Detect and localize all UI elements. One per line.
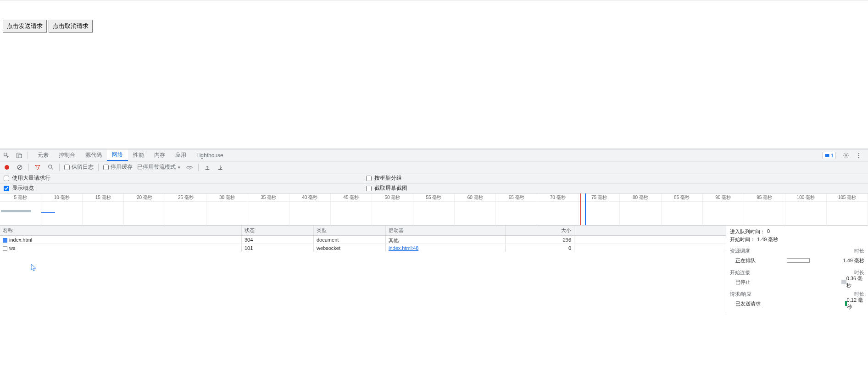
table-body: index.html304document其他296ws101websocket… [0,236,726,252]
timing-bar [787,258,810,263]
divider [59,164,60,171]
divider [28,152,28,159]
timing-queueing-label: 正在排队 [730,257,785,264]
network-body: 名称 状态 类型 启动器 大小 index.html304document其他2… [0,226,868,315]
timing-section-connection: 开始连接时长 [730,269,864,276]
disable-cache-label: 停用缓存 [111,163,133,171]
timeline-tick: 100 毫秒 [785,194,827,201]
tab-console[interactable]: 控制台 [54,149,80,161]
tab-network[interactable]: 网络 [107,149,128,161]
col-header-type[interactable]: 类型 [314,226,386,235]
timeline-tick: 40 毫秒 [289,194,331,201]
timing-section-scheduling: 资源调度时长 [730,248,864,254]
table-row[interactable]: index.html304document其他296 [0,236,726,244]
timing-sent-value: 0.12 毫秒 [847,297,864,310]
svg-line-11 [51,168,53,169]
timeline-grid [0,202,868,226]
network-toolbar: 保留日志 停用缓存 已停用节流模式 ▼ [0,161,868,173]
timeline-tick: 65 毫秒 [496,194,537,201]
group-by-frame-label: 按框架分组 [374,174,402,182]
timing-section-reqresp: 请求/响应时长 [730,291,864,298]
record-icon[interactable] [3,163,11,171]
network-timeline[interactable]: 5 毫秒10 毫秒15 毫秒20 毫秒25 毫秒30 毫秒35 毫秒40 毫秒4… [0,194,868,226]
timing-stalled-value: 0.36 毫秒 [846,275,864,289]
clear-icon[interactable] [16,163,24,171]
show-overview-checkbox[interactable]: 显示概览 [4,184,34,192]
tab-elements[interactable]: 元素 [33,149,54,161]
tab-performance[interactable]: 性能 [128,149,149,161]
svg-point-6 [858,157,859,158]
timeline-tick: 10 毫秒 [41,194,83,201]
timing-sent-row: 已发送请求 0.12 毫秒 [730,299,864,308]
timeline-tick: 80 毫秒 [620,194,661,201]
timeline-tick: 15 毫秒 [83,194,124,201]
devtools-panel: 元素 控制台 源代码 网络 性能 内存 应用 Lighthouse 1 [0,149,868,315]
big-rows-label: 使用大量请求行 [12,174,50,182]
disable-cache-checkbox[interactable]: 停用缓存 [103,163,133,171]
timeline-tick: 105 毫秒 [827,194,868,201]
search-icon[interactable] [46,163,55,171]
svg-point-7 [5,165,9,170]
timeline-tick: 60 毫秒 [455,194,496,201]
preserve-log-label: 保留日志 [72,163,94,171]
timeline-request-bar [1,210,31,212]
issues-count: 1 [831,153,834,158]
device-toggle-icon[interactable] [13,149,26,161]
network-conditions-icon[interactable] [185,163,194,171]
timeline-tick: 70 毫秒 [537,194,579,201]
timeline-tick: 35 毫秒 [248,194,289,201]
filter-icon[interactable] [33,163,42,171]
import-har-icon[interactable] [203,163,211,171]
big-rows-checkbox[interactable]: 使用大量请求行 [4,174,50,182]
gear-icon[interactable] [840,152,852,159]
network-request-table: 名称 状态 类型 启动器 大小 index.html304document其他2… [0,226,726,315]
timing-bar [841,280,846,284]
svg-point-10 [48,165,51,168]
tab-application[interactable]: 应用 [170,149,191,161]
network-options-row1: 使用大量请求行 按框架分组 [0,173,868,183]
col-header-status[interactable]: 状态 [242,226,314,235]
timing-queueing-row: 正在排队 1.49 毫秒 [730,256,864,265]
timeline-tick: 45 毫秒 [331,194,372,201]
timeline-tick: 30 毫秒 [206,194,248,201]
timeline-tick: 90 毫秒 [703,194,744,201]
cancel-request-button[interactable]: 点击取消请求 [49,20,93,33]
timeline-load-marker [580,194,581,225]
table-header-row: 名称 状态 类型 启动器 大小 [0,226,726,236]
tab-sources[interactable]: 源代码 [80,149,107,161]
throttling-dropdown[interactable]: 已停用节流模式 ▼ [137,163,181,171]
inspect-icon[interactable] [0,149,13,161]
show-overview-label: 显示概览 [12,184,34,192]
timing-queued: 进入队列时间：0 [730,228,864,235]
divider [98,164,99,171]
file-icon [3,238,7,243]
page-content: 点击发送请求 点击取消请求 [0,0,868,149]
svg-point-5 [858,155,859,155]
col-header-initiator[interactable]: 启动器 [386,226,506,235]
file-icon [3,246,7,251]
timeline-tick: 25 毫秒 [165,194,206,201]
table-row[interactable]: ws101websocketindex.html:480 [0,244,726,252]
tab-memory[interactable]: 内存 [149,149,170,161]
tab-lighthouse[interactable]: Lighthouse [191,149,228,161]
col-header-size[interactable]: 大小 [506,226,574,235]
timeline-tick: 50 毫秒 [372,194,413,201]
issues-chip[interactable]: 1 [822,152,836,159]
more-icon[interactable] [852,152,865,159]
capture-screenshots-checkbox[interactable]: 截取屏幕截图 [366,184,407,192]
divider [28,164,29,171]
throttling-label: 已停用节流模式 [137,164,176,170]
col-header-name[interactable]: 名称 [0,226,242,235]
export-har-icon[interactable] [216,163,224,171]
timeline-labels: 5 毫秒10 毫秒15 毫秒20 毫秒25 毫秒30 毫秒35 毫秒40 毫秒4… [0,194,868,202]
timing-stalled-label: 已停止 [730,279,777,286]
network-options-row2: 显示概览 截取屏幕截图 [0,183,868,194]
devtools-tabsbar: 元素 控制台 源代码 网络 性能 内存 应用 Lighthouse 1 [0,149,868,161]
timing-sent-label: 已发送请求 [730,300,776,307]
timeline-tick: 85 毫秒 [662,194,703,201]
devtools-tabs: 元素 控制台 源代码 网络 性能 内存 应用 Lighthouse [33,149,228,161]
send-request-button[interactable]: 点击发送请求 [3,20,47,33]
preserve-log-checkbox[interactable]: 保留日志 [64,163,94,171]
timeline-tick: 95 毫秒 [744,194,785,201]
group-by-frame-checkbox[interactable]: 按框架分组 [366,174,402,182]
